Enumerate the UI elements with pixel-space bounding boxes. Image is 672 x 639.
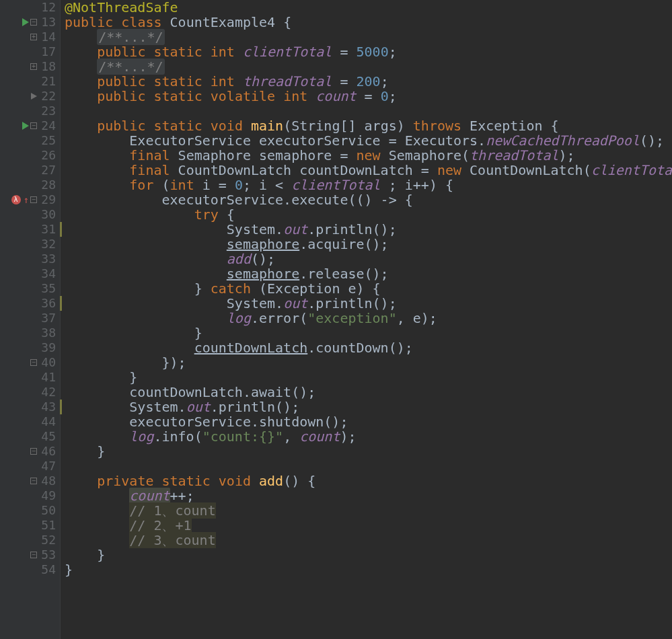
code-line[interactable]: executorService.shutdown(); [65, 414, 672, 429]
code-line[interactable]: try { [65, 207, 672, 222]
highlighted-ident: count [129, 488, 170, 504]
code-line[interactable]: } [65, 326, 672, 340]
gutter-row[interactable]: 45 [0, 429, 60, 444]
gutter-row[interactable]: +18 [0, 59, 60, 74]
code-line[interactable]: public class CountExample4 { [65, 15, 672, 30]
code-line[interactable]: } [65, 562, 672, 577]
gutter-row[interactable]: 22 [0, 89, 60, 104]
fold-icon[interactable]: − [30, 359, 37, 366]
gutter-row[interactable]: 35 [0, 281, 60, 296]
gutter-row[interactable]: 31 [0, 222, 60, 237]
gutter-row[interactable]: 17 [0, 44, 60, 59]
code-line[interactable]: } catch (Exception e) { [65, 281, 672, 296]
gutter-row[interactable]: 37 [0, 311, 60, 326]
code-line[interactable]: // 2、+1 [65, 518, 672, 533]
run-icon[interactable] [31, 93, 37, 100]
code-line[interactable]: final Semaphore semaphore = new Semaphor… [65, 148, 672, 163]
gutter-row[interactable]: −40 [0, 355, 60, 370]
code-line[interactable]: semaphore.release(); [65, 266, 672, 281]
code-line[interactable]: }); [65, 355, 672, 370]
gutter-row[interactable]: 27 [0, 163, 60, 178]
code-line[interactable]: public static volatile int count = 0; [65, 89, 672, 104]
code-line[interactable]: private static void add() { [65, 474, 672, 488]
fold-icon[interactable]: − [30, 448, 37, 455]
gutter-row[interactable]: −24 [0, 118, 60, 133]
gutter-row[interactable]: 21 [0, 74, 60, 89]
gutter-row[interactable]: 12 [0, 0, 60, 15]
run-icon[interactable] [22, 122, 29, 130]
gutter-row[interactable]: 38 [0, 326, 60, 340]
code-line[interactable]: System.out.println(); [65, 222, 672, 237]
gutter-row[interactable]: 39 [0, 340, 60, 355]
gutter-row[interactable]: 36 [0, 296, 60, 311]
code-line[interactable]: countDownLatch.countDown(); [65, 340, 672, 355]
gutter-row[interactable]: 32 [0, 237, 60, 252]
code-line[interactable]: } [65, 370, 672, 385]
code-line[interactable]: System.out.println(); [65, 400, 672, 414]
gutter-row[interactable]: −53 [0, 548, 60, 562]
code-line[interactable]: executorService.execute(() -> { [65, 192, 672, 207]
code-line[interactable]: final CountDownLatch countDownLatch = ne… [65, 163, 672, 178]
gutter-row[interactable]: λ↑−29 [0, 192, 60, 207]
folded-comment[interactable]: /**...*/ [97, 59, 164, 75]
lambda-icon[interactable]: λ [11, 195, 21, 204]
code-line[interactable]: semaphore.acquire(); [65, 237, 672, 252]
code-line[interactable]: public static int clientTotal = 5000; [65, 44, 672, 59]
code-editor[interactable]: 12 −13 +14 17 +18 21 22 23 −24 25 26 27 … [0, 0, 672, 639]
fold-icon[interactable]: − [30, 19, 37, 26]
code-line[interactable] [65, 459, 672, 474]
code-line[interactable]: } [65, 548, 672, 562]
code-line[interactable]: log.error("exception", e); [65, 311, 672, 326]
gutter-row[interactable]: 26 [0, 148, 60, 163]
gutter-row[interactable]: 28 [0, 178, 60, 192]
run-icon[interactable] [22, 18, 29, 26]
gutter-row[interactable]: 50 [0, 503, 60, 518]
vcs-change-marker[interactable] [60, 296, 62, 311]
gutter-row[interactable]: +14 [0, 30, 60, 44]
gutter-row[interactable]: 47 [0, 459, 60, 474]
code-line[interactable]: log.info("count:{}", count); [65, 429, 672, 444]
gutter-row[interactable]: 51 [0, 518, 60, 533]
fold-icon[interactable]: + [30, 34, 37, 40]
code-line[interactable]: // 1、count [65, 503, 672, 518]
fold-icon[interactable]: + [30, 63, 37, 70]
vcs-change-marker[interactable] [60, 222, 62, 237]
gutter-row[interactable]: 43 [0, 400, 60, 414]
gutter-row[interactable]: −48 [0, 474, 60, 488]
fold-icon[interactable]: − [30, 552, 37, 558]
gutter-row[interactable]: 34 [0, 266, 60, 281]
vcs-change-marker[interactable] [60, 400, 62, 414]
code-area[interactable]: @NotThreadSafe public class CountExample… [61, 0, 672, 639]
code-line[interactable]: /**...*/ [65, 59, 672, 74]
gutter-row[interactable]: 42 [0, 385, 60, 400]
folded-comment[interactable]: /**...*/ [97, 29, 164, 45]
gutter-row[interactable]: −13 [0, 15, 60, 30]
gutter-row[interactable]: 44 [0, 414, 60, 429]
code-line[interactable]: /**...*/ [65, 30, 672, 44]
gutter-row[interactable]: −46 [0, 444, 60, 459]
code-line[interactable] [65, 104, 672, 118]
fold-icon[interactable]: − [30, 122, 37, 129]
fold-icon[interactable]: − [30, 196, 37, 203]
gutter-row[interactable]: 30 [0, 207, 60, 222]
code-line[interactable]: public static void main(String[] args) t… [65, 118, 672, 133]
gutter-row[interactable]: 49 [0, 488, 60, 503]
gutter-row[interactable]: 54 [0, 562, 60, 577]
gutter-row[interactable]: 33 [0, 252, 60, 266]
code-line[interactable]: countDownLatch.await(); [65, 385, 672, 400]
code-line[interactable]: System.out.println(); [65, 296, 672, 311]
code-line[interactable]: // 3、count [65, 533, 672, 548]
gutter-row[interactable]: 52 [0, 533, 60, 548]
gutter-row[interactable]: 41 [0, 370, 60, 385]
gutter-row[interactable]: 23 [0, 104, 60, 118]
fold-icon[interactable]: − [30, 478, 37, 484]
code-line[interactable]: for (int i = 0; i < clientTotal ; i++) { [65, 178, 672, 192]
code-line[interactable]: count++; [65, 488, 672, 503]
gutter: 12 −13 +14 17 +18 21 22 23 −24 25 26 27 … [0, 0, 61, 639]
code-line[interactable]: ExecutorService executorService = Execut… [65, 133, 672, 148]
code-line[interactable]: public static int threadTotal = 200; [65, 74, 672, 89]
code-line[interactable]: add(); [65, 252, 672, 266]
code-line[interactable]: } [65, 444, 672, 459]
gutter-row[interactable]: 25 [0, 133, 60, 148]
code-line[interactable]: @NotThreadSafe [65, 0, 672, 15]
